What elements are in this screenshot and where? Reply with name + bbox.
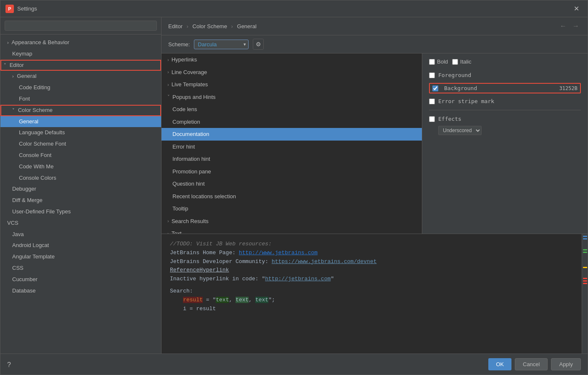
opt-documentation[interactable]: Documentation (162, 128, 422, 141)
settings-window: P Settings ✕ › Appearance & Behavior Key… (0, 0, 588, 375)
sidebar-item-user-defined[interactable]: User-Defined File Types (0, 206, 161, 218)
sidebar-item-label: Database (12, 287, 36, 294)
foreground-label: Foreground (438, 72, 471, 78)
preview-line3-link[interactable]: https://www.jetbrains.com/devnet (272, 258, 377, 265)
preview-line5-prefix: Inactive hyperlink in code: " (170, 276, 265, 282)
ok-button[interactable]: OK (488, 358, 511, 370)
opt-recent-locations[interactable]: Recent locations selection (162, 190, 422, 203)
opt-hyperlinks[interactable]: › Hyperlinks (162, 53, 422, 66)
search-input[interactable] (5, 21, 157, 31)
opt-label: Recent locations selection (172, 192, 236, 201)
sidebar-item-console-font[interactable]: Console Font (0, 150, 161, 161)
preview-ref-link[interactable]: ReferenceHyperlink (170, 267, 229, 273)
error-stripe-checkbox[interactable] (429, 98, 435, 104)
sidebar-item-label: Font (19, 96, 30, 102)
sidebar-item-css[interactable]: CSS (0, 263, 161, 274)
opt-label: Tooltip (172, 205, 188, 213)
error-stripe-row: Error stripe mark (429, 96, 581, 106)
sidebar-item-label: Android Logcat (12, 242, 49, 248)
scroll-mark-6 (583, 278, 587, 279)
sidebar-item-label: VCS (7, 220, 19, 226)
effects-dropdown-row: Underscored (438, 126, 581, 135)
help-icon[interactable]: ? (7, 361, 11, 369)
opt-line-coverage[interactable]: › Line Coverage (162, 66, 422, 79)
opt-completion[interactable]: Completion (162, 116, 422, 128)
preview-comma2: , (249, 297, 255, 303)
sidebar-item-cucumber[interactable]: Cucumber (0, 274, 161, 285)
expand-icon: › (167, 81, 169, 88)
foreground-checkbox[interactable] (429, 72, 435, 78)
cancel-button[interactable]: Cancel (515, 358, 548, 370)
opt-text[interactable]: › Text (162, 227, 422, 234)
preview-code: //TODO: Visit JB Web resources: JetBrain… (162, 234, 582, 354)
opt-label: Code lens (172, 105, 197, 114)
options-list: › Hyperlinks › Line Coverage › Live Temp… (162, 53, 422, 234)
gear-button[interactable]: ⚙ (253, 39, 264, 50)
app-icon: P (5, 5, 14, 13)
opt-label: Line Coverage (172, 68, 207, 77)
italic-checkbox[interactable] (452, 59, 458, 65)
sidebar: › Appearance & Behavior Keymap ˅ Editor … (0, 17, 162, 354)
background-checkbox[interactable] (432, 85, 438, 91)
preview-code-line2: i = result (170, 305, 573, 314)
opt-popups-hints[interactable]: ˅ Popups and Hints (162, 91, 422, 104)
preview-line5-link[interactable]: http://jetbrains.com (265, 276, 331, 282)
preview-line2: JetBrains Home Page: http://www.jetbrain… (170, 249, 573, 258)
sidebar-item-angular[interactable]: Angular Template (0, 251, 161, 263)
titlebar: P Settings ✕ (0, 0, 588, 17)
preview-line2-link[interactable]: http://www.jetbrains.com (239, 250, 318, 256)
background-value: 31252B (559, 85, 577, 91)
opt-question-hint[interactable]: Question hint (162, 178, 422, 190)
sidebar-item-editor[interactable]: ˅ Editor (0, 60, 161, 71)
error-stripe-label: Error stripe mark (438, 98, 494, 104)
preview-line5-suffix: " (331, 276, 334, 282)
forward-button[interactable]: → (571, 21, 581, 31)
sidebar-item-font[interactable]: Font (0, 93, 161, 105)
back-button[interactable]: ← (558, 21, 568, 31)
preview-text3: text (255, 297, 268, 303)
sidebar-item-keymap[interactable]: Keymap (0, 48, 161, 60)
sidebar-item-color-scheme-font[interactable]: Color Scheme Font (0, 138, 161, 150)
opt-error-hint[interactable]: Error hint (162, 141, 422, 153)
effects-label: Effects (438, 116, 461, 122)
bold-checkbox[interactable] (429, 59, 435, 65)
opt-search-results[interactable]: › Search Results (162, 215, 422, 228)
opt-promotion-pane[interactable]: Promotion pane (162, 165, 422, 178)
sidebar-item-code-with-me[interactable]: Code With Me (0, 161, 161, 173)
opt-label: Information hint (172, 155, 210, 163)
italic-label: Italic (460, 59, 471, 65)
effects-checkbox[interactable] (429, 116, 435, 122)
sidebar-item-label: Code With Me (19, 163, 53, 170)
sidebar-item-vcs[interactable]: VCS (0, 218, 161, 229)
opt-info-hint[interactable]: Information hint (162, 153, 422, 165)
sidebar-item-database[interactable]: Database (0, 285, 161, 297)
sidebar-item-java[interactable]: Java (0, 229, 161, 240)
preview-line3: JetBrains Developer Community: https://w… (170, 258, 573, 266)
main-panel: Editor › Color Scheme › General ← → Sche… (162, 17, 588, 354)
sidebar-item-code-editing[interactable]: Code Editing (0, 82, 161, 93)
sidebar-item-android-logcat[interactable]: Android Logcat (0, 240, 161, 251)
scheme-select[interactable]: Darcula (194, 40, 249, 49)
split-area: › Hyperlinks › Line Coverage › Live Temp… (162, 53, 588, 234)
opt-code-lens[interactable]: Code lens (162, 103, 422, 116)
sidebar-item-language-defaults[interactable]: Language Defaults (0, 127, 161, 138)
effects-type-select[interactable]: Underscored (438, 126, 482, 135)
preview-i-result: i = result (170, 306, 216, 312)
preview-end-quote: "; (268, 297, 275, 303)
preview-line5: Inactive hyperlink in code: "http://jetb… (170, 275, 573, 284)
sidebar-item-console-colors[interactable]: Console Colors (0, 173, 161, 184)
sidebar-item-debugger[interactable]: Debugger (0, 184, 161, 195)
preview-scrollbar[interactable] (582, 234, 588, 354)
effects-row: Effects (429, 114, 581, 124)
apply-button[interactable]: Apply (551, 358, 581, 370)
opt-live-templates[interactable]: › Live Templates (162, 78, 422, 91)
sidebar-item-appearance[interactable]: › Appearance & Behavior (0, 37, 161, 48)
expand-icon: ˅ (12, 108, 15, 113)
opt-label: Search Results (172, 217, 209, 226)
sidebar-item-general[interactable]: › General (0, 71, 161, 82)
opt-tooltip[interactable]: Tooltip (162, 202, 422, 215)
sidebar-item-color-scheme[interactable]: ˅ Color Scheme (0, 105, 161, 116)
close-button[interactable]: ✕ (570, 3, 583, 14)
sidebar-item-general2[interactable]: General (0, 116, 161, 128)
sidebar-item-diff-merge[interactable]: Diff & Merge (0, 195, 161, 206)
